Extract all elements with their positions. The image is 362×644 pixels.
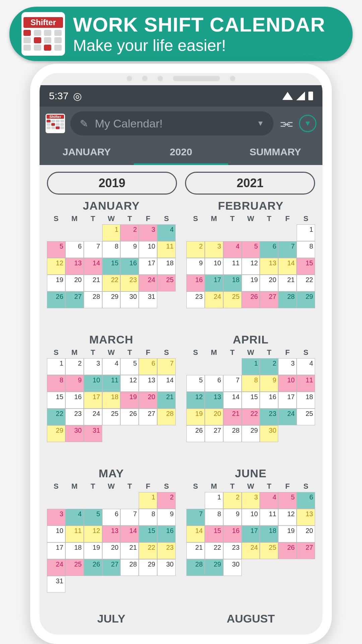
- day-cell[interactable]: 10: [278, 375, 297, 392]
- day-cell[interactable]: 27: [102, 559, 121, 576]
- day-cell[interactable]: 19: [186, 409, 205, 425]
- day-cell[interactable]: 6: [65, 241, 84, 258]
- day-cell[interactable]: 25: [297, 409, 315, 425]
- day-cell[interactable]: 16: [223, 526, 242, 542]
- day-cell[interactable]: 3: [47, 509, 65, 526]
- day-cell[interactable]: 11: [260, 509, 278, 526]
- day-cell[interactable]: 5: [84, 509, 102, 526]
- day-cell[interactable]: 8: [297, 241, 315, 258]
- day-cell[interactable]: 9: [65, 375, 84, 392]
- day-cell[interactable]: 3: [278, 358, 297, 375]
- day-cell[interactable]: 30: [65, 425, 84, 442]
- day-cell[interactable]: 29: [242, 425, 260, 442]
- day-cell[interactable]: 21: [223, 409, 242, 425]
- day-cell[interactable]: 16: [120, 258, 139, 275]
- day-cell[interactable]: 10: [139, 241, 157, 258]
- day-cell[interactable]: 14: [278, 258, 297, 275]
- day-cell[interactable]: 8: [102, 241, 121, 258]
- day-cell[interactable]: 9: [120, 241, 139, 258]
- day-cell[interactable]: 30: [120, 291, 139, 308]
- day-cell[interactable]: 23: [157, 542, 176, 559]
- day-cell[interactable]: 20: [205, 409, 223, 425]
- tab-year[interactable]: 2020: [134, 140, 228, 165]
- day-cell[interactable]: 15: [139, 526, 157, 542]
- day-cell[interactable]: 5: [47, 241, 65, 258]
- day-cell[interactable]: 1: [205, 492, 223, 509]
- day-cell[interactable]: 26: [84, 559, 102, 576]
- day-cell[interactable]: 12: [120, 375, 139, 392]
- day-cell[interactable]: 28: [223, 425, 242, 442]
- day-cell[interactable]: 28: [186, 559, 205, 576]
- day-cell[interactable]: 6: [260, 241, 278, 258]
- day-cell[interactable]: 30: [223, 559, 242, 576]
- day-cell[interactable]: 17: [278, 392, 297, 409]
- day-cell[interactable]: 10: [47, 526, 65, 542]
- day-cell[interactable]: 21: [186, 542, 205, 559]
- day-cell[interactable]: 11: [157, 241, 176, 258]
- day-cell[interactable]: 25: [65, 559, 84, 576]
- day-cell[interactable]: 29: [297, 291, 315, 308]
- tab-summary[interactable]: SUMMARY: [228, 140, 322, 165]
- day-cell[interactable]: 27: [260, 291, 278, 308]
- day-cell[interactable]: 24: [242, 542, 260, 559]
- day-cell[interactable]: 8: [47, 375, 65, 392]
- day-cell[interactable]: 14: [223, 392, 242, 409]
- day-cell[interactable]: 19: [84, 542, 102, 559]
- day-cell[interactable]: 16: [260, 392, 278, 409]
- day-cell[interactable]: 6: [297, 492, 315, 509]
- day-cell[interactable]: 11: [223, 258, 242, 275]
- day-cell[interactable]: 18: [65, 542, 84, 559]
- day-cell[interactable]: 26: [278, 542, 297, 559]
- day-cell[interactable]: 22: [205, 542, 223, 559]
- day-cell[interactable]: 17: [139, 258, 157, 275]
- day-cell[interactable]: 30: [157, 559, 176, 576]
- day-cell[interactable]: 24: [278, 409, 297, 425]
- day-cell[interactable]: 5: [242, 241, 260, 258]
- day-cell[interactable]: 7: [186, 509, 205, 526]
- day-cell[interactable]: 26: [47, 291, 65, 308]
- day-cell[interactable]: 23: [186, 291, 205, 308]
- day-cell[interactable]: 20: [297, 526, 315, 542]
- day-cell[interactable]: 13: [205, 392, 223, 409]
- day-cell[interactable]: 20: [260, 275, 278, 291]
- day-cell[interactable]: 26: [120, 409, 139, 425]
- day-cell[interactable]: 22: [139, 542, 157, 559]
- day-cell[interactable]: 7: [84, 241, 102, 258]
- day-cell[interactable]: 1: [47, 358, 65, 375]
- day-cell[interactable]: 24: [84, 409, 102, 425]
- calendar-select-dropdown[interactable]: ✎ My Calendar! ▼: [70, 111, 274, 136]
- day-cell[interactable]: 4: [260, 492, 278, 509]
- day-cell[interactable]: 20: [65, 275, 84, 291]
- day-cell[interactable]: 23: [223, 542, 242, 559]
- day-cell[interactable]: 18: [223, 275, 242, 291]
- day-cell[interactable]: 14: [84, 258, 102, 275]
- day-cell[interactable]: 18: [157, 258, 176, 275]
- day-cell[interactable]: 2: [120, 224, 139, 241]
- day-cell[interactable]: 21: [84, 275, 102, 291]
- day-cell[interactable]: 1: [242, 358, 260, 375]
- day-cell[interactable]: 10: [242, 509, 260, 526]
- month-january[interactable]: JANUARYSMTWTFS12345678910111213141516171…: [47, 199, 176, 308]
- day-cell[interactable]: 15: [297, 258, 315, 275]
- day-cell[interactable]: 21: [157, 392, 176, 409]
- day-cell[interactable]: 11: [65, 526, 84, 542]
- day-cell[interactable]: 23: [120, 275, 139, 291]
- day-cell[interactable]: 13: [297, 509, 315, 526]
- day-cell[interactable]: 2: [223, 492, 242, 509]
- day-cell[interactable]: 25: [102, 409, 121, 425]
- day-cell[interactable]: 18: [102, 392, 121, 409]
- day-cell[interactable]: 4: [297, 358, 315, 375]
- day-cell[interactable]: 27: [297, 542, 315, 559]
- day-cell[interactable]: 1: [139, 492, 157, 509]
- day-cell[interactable]: 20: [139, 392, 157, 409]
- day-cell[interactable]: 8: [242, 375, 260, 392]
- day-cell[interactable]: 19: [242, 275, 260, 291]
- day-cell[interactable]: 21: [278, 275, 297, 291]
- day-cell[interactable]: 17: [205, 275, 223, 291]
- day-cell[interactable]: 4: [157, 224, 176, 241]
- day-cell[interactable]: 9: [157, 509, 176, 526]
- day-cell[interactable]: 31: [139, 291, 157, 308]
- day-cell[interactable]: 24: [205, 291, 223, 308]
- day-cell[interactable]: 12: [186, 392, 205, 409]
- day-cell[interactable]: 8: [205, 509, 223, 526]
